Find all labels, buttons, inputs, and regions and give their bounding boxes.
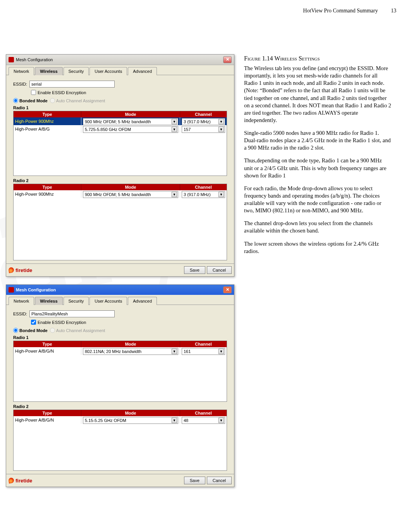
channel-dropdown[interactable]: 3 (917.0 MHz)▼ xyxy=(182,118,225,125)
tab-network[interactable]: Network xyxy=(9,297,34,305)
tab-advanced[interactable]: Advanced xyxy=(128,67,157,75)
radio2-label: Radio 2 xyxy=(13,404,227,409)
col-type: Type xyxy=(14,410,81,416)
page-number: 13 xyxy=(391,8,396,14)
channel-dropdown[interactable]: 157▼ xyxy=(182,126,225,133)
cancel-button[interactable]: Cancel xyxy=(207,477,232,484)
form-area: ESSID: Enable ESSID Encryption Bonded Mo… xyxy=(6,75,234,263)
bonded-mode-radio[interactable] xyxy=(13,328,18,333)
cell-type: High-Power 900Mhz xyxy=(14,117,81,125)
tab-user-accounts[interactable]: User Accounts xyxy=(89,297,127,305)
paragraph: The channel drop-down lets you select fr… xyxy=(244,220,391,234)
close-icon[interactable]: ✕ xyxy=(223,56,232,63)
col-channel: Channel xyxy=(180,410,227,416)
table-row[interactable]: High-Power A/B/G/N 802.11NA; 20 MHz band… xyxy=(14,347,227,355)
auto-channel-radio[interactable] xyxy=(50,328,55,333)
radio1-grid: Type Mode Channel High-Power A/B/G/N 802… xyxy=(13,341,227,402)
bonded-mode-radio[interactable] xyxy=(13,98,18,103)
radio1-label: Radio 1 xyxy=(13,105,227,110)
channel-dropdown[interactable]: 48▼ xyxy=(182,417,225,424)
bonded-mode-label: Bonded Mode xyxy=(19,328,48,333)
radio2-label: Radio 2 xyxy=(13,178,227,183)
flame-icon xyxy=(8,477,14,484)
enable-essid-encryption-checkbox[interactable] xyxy=(31,90,36,95)
chevron-down-icon: ▼ xyxy=(218,119,224,124)
channel-dropdown[interactable]: 161▼ xyxy=(182,348,225,355)
grid-empty xyxy=(14,198,227,260)
mesh-config-dialog-2: Mesh Configuration ✕ Network Wireless Se… xyxy=(6,284,234,487)
col-mode: Mode xyxy=(81,341,180,347)
auto-channel-label: Auto Channel Assignment xyxy=(56,98,105,103)
bonded-mode-label: Bonded Mode xyxy=(19,98,48,103)
app-icon xyxy=(9,57,14,62)
tab-security[interactable]: Security xyxy=(64,297,89,305)
col-channel: Channel xyxy=(180,111,227,117)
auto-channel-radio[interactable] xyxy=(50,98,55,103)
paragraph: Thus,depending on the node type, Radio 1… xyxy=(244,157,391,179)
cancel-button[interactable]: Cancel xyxy=(207,266,232,274)
cell-type: High-Power 900Mhz xyxy=(14,190,81,198)
col-channel: Channel xyxy=(180,341,227,347)
tab-wireless[interactable]: Wireless xyxy=(35,297,62,305)
paragraph: The Wireless tab lets you define (and en… xyxy=(244,65,391,124)
flame-icon xyxy=(8,267,14,273)
essid-input[interactable] xyxy=(29,81,115,88)
essid-label: ESSID: xyxy=(13,312,27,316)
dialog-footer: firetide Save Cancel xyxy=(6,263,234,276)
chevron-down-icon: ▼ xyxy=(172,349,177,354)
channel-dropdown[interactable]: 3 (917.0 MHz)▼ xyxy=(182,191,225,198)
app-icon xyxy=(9,287,14,293)
mode-dropdown[interactable]: 5.725-5.850 GHz OFDM▼ xyxy=(83,126,178,133)
grid-empty xyxy=(14,355,227,401)
radio1-label: Radio 1 xyxy=(13,335,227,340)
grid-empty xyxy=(14,424,227,470)
firetide-logo: firetide xyxy=(9,267,32,273)
col-mode: Mode xyxy=(81,410,180,416)
tab-user-accounts[interactable]: User Accounts xyxy=(89,67,127,75)
window-title: Mesh Configuration xyxy=(16,288,56,292)
col-mode: Mode xyxy=(81,111,180,117)
mode-dropdown[interactable]: 900 MHz OFDM; 5 MHz bandwidth▼ xyxy=(83,118,178,125)
enable-essid-encryption-checkbox[interactable] xyxy=(31,320,36,325)
chevron-down-icon: ▼ xyxy=(218,127,224,132)
article-column: Figure 1.14 Wireless Settings The Wirele… xyxy=(244,54,391,260)
tab-security[interactable]: Security xyxy=(64,67,89,75)
grid-empty xyxy=(14,133,227,176)
mesh-config-dialog-1: Mesh Configuration ✕ Network Wireless Se… xyxy=(6,54,234,277)
chevron-down-icon: ▼ xyxy=(172,418,177,423)
form-area: ESSID: Enable ESSID Encryption Bonded Mo… xyxy=(6,305,234,474)
table-row[interactable]: High-Power A/B/G/N 5.15-5.25 GHz OFDM▼ 4… xyxy=(14,416,227,424)
cell-type: High-Power A/B/G xyxy=(14,125,81,133)
auto-channel-label: Auto Channel Assignment xyxy=(56,328,105,333)
mode-dropdown[interactable]: 5.15-5.25 GHz OFDM▼ xyxy=(83,417,178,424)
table-row[interactable]: High-Power 900Mhz 900 MHz OFDM; 5 MHz ba… xyxy=(14,117,227,125)
cell-type: High-Power A/B/G/N xyxy=(14,347,81,355)
col-type: Type xyxy=(14,184,81,190)
table-row[interactable]: High-Power A/B/G 5.725-5.850 GHz OFDM▼ 1… xyxy=(14,125,227,133)
enable-essid-label: Enable ESSID Encryption xyxy=(38,320,86,325)
figure-heading: Figure 1.14 Wireless Settings xyxy=(244,54,391,62)
tab-wireless[interactable]: Wireless xyxy=(35,67,62,75)
tab-bar: Network Wireless Security User Accounts … xyxy=(6,295,234,305)
mode-dropdown[interactable]: 900 MHz OFDM; 5 MHz bandwidth▼ xyxy=(83,191,178,198)
dialog-footer: firetide Save Cancel xyxy=(6,474,234,487)
save-button[interactable]: Save xyxy=(184,477,205,484)
essid-input[interactable] xyxy=(29,310,115,317)
col-type: Type xyxy=(14,111,81,117)
page-header: HotView Pro Command Summary 13 xyxy=(291,8,396,14)
chevron-down-icon: ▼ xyxy=(218,349,224,354)
table-row[interactable]: High-Power 900Mhz 900 MHz OFDM; 5 MHz ba… xyxy=(14,190,227,198)
titlebar: Mesh Configuration ✕ xyxy=(6,55,234,65)
save-button[interactable]: Save xyxy=(184,266,205,274)
firetide-logo: firetide xyxy=(9,478,32,484)
header-title: HotView Pro Command Summary xyxy=(303,8,378,14)
paragraph: Single-radio 5900 nodes have a 900 MHz r… xyxy=(244,129,391,152)
titlebar: Mesh Configuration ✕ xyxy=(6,285,234,295)
window-title: Mesh Configuration xyxy=(16,57,53,62)
close-icon[interactable]: ✕ xyxy=(223,286,232,293)
tab-advanced[interactable]: Advanced xyxy=(128,297,157,305)
chevron-down-icon: ▼ xyxy=(172,192,177,197)
essid-label: ESSID: xyxy=(13,82,27,86)
tab-network[interactable]: Network xyxy=(9,67,34,75)
mode-dropdown[interactable]: 802.11NA; 20 MHz bandwidth▼ xyxy=(83,348,178,355)
